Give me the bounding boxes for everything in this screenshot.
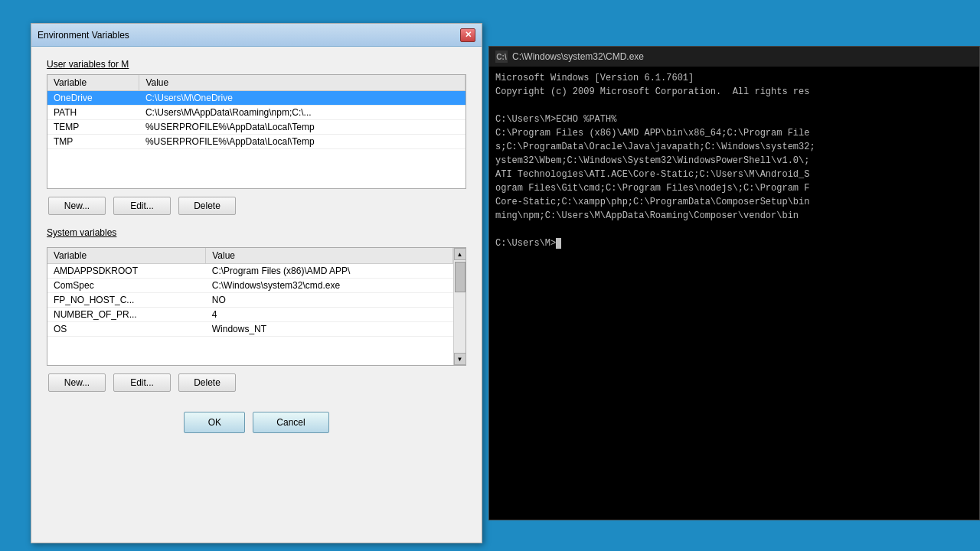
dialog-title: Environment Variables xyxy=(38,30,129,41)
cmd-title: C:\Windows\system32\CMD.exe xyxy=(512,51,644,62)
scrollbar-down-arrow[interactable]: ▼ xyxy=(454,353,466,365)
system-new-button[interactable]: New... xyxy=(48,373,106,392)
system-row-variable: NUMBER_OF_PR... xyxy=(47,308,206,322)
system-edit-button[interactable]: Edit... xyxy=(113,373,171,392)
system-table-row[interactable]: NUMBER_OF_PR...4 xyxy=(47,308,453,322)
scrollbar-thumb[interactable] xyxy=(455,262,466,292)
user-row-value: %USERPROFILE%\AppData\Local\Temp xyxy=(139,120,466,135)
cmd-line-12: C:\Users\M> xyxy=(495,238,556,249)
user-row-variable: PATH xyxy=(47,106,139,120)
cmd-line-4: C:\Program Files (x86)\AMD APP\bin\x86_6… xyxy=(495,128,809,139)
user-new-button[interactable]: New... xyxy=(48,197,106,215)
system-row-value: 4 xyxy=(206,308,453,322)
user-table-row[interactable]: PATHC:\Users\M\AppData\Roaming\npm;C:\..… xyxy=(47,106,466,120)
close-button[interactable]: ✕ xyxy=(460,28,475,42)
cmd-line-9: Core-Static;C:\xampp\php;C:\ProgramData\… xyxy=(495,197,809,207)
user-col-value: Value xyxy=(139,75,466,91)
cmd-content: Microsoft Windows [Version 6.1.7601] Cop… xyxy=(489,67,979,255)
system-table-row[interactable]: OSWindows_NT xyxy=(47,322,453,337)
user-table-row[interactable]: OneDriveC:\Users\M\OneDrive xyxy=(47,91,466,106)
user-row-value: C:\Users\M\AppData\Roaming\npm;C:\... xyxy=(139,106,466,120)
cmd-line-5: s;C:\ProgramData\Oracle\Java\javapath;C:… xyxy=(495,142,815,152)
system-row-variable: AMDAPPSDKROOT xyxy=(47,264,206,279)
cmd-icon: C:\ xyxy=(495,51,508,63)
cmd-line-7: ATI Technologies\ATI.ACE\Core-Static;C:\… xyxy=(495,169,809,180)
system-table-row[interactable]: AMDAPPSDKROOTC:\Program Files (x86)\AMD … xyxy=(47,264,453,279)
system-row-variable: ComSpec xyxy=(47,279,206,293)
user-table-body: OneDriveC:\Users\M\OneDrivePATHC:\Users\… xyxy=(47,91,466,149)
cancel-button[interactable]: Cancel xyxy=(253,412,328,433)
system-table-body: AMDAPPSDKROOTC:\Program Files (x86)\AMD … xyxy=(47,264,453,337)
cmd-window: C:\ C:\Windows\system32\CMD.exe Microsof… xyxy=(488,46,980,520)
scrollbar-up-arrow[interactable]: ▲ xyxy=(454,248,466,260)
user-table-row[interactable]: TEMP%USERPROFILE%\AppData\Local\Temp xyxy=(47,120,466,135)
system-delete-button[interactable]: Delete xyxy=(178,373,236,392)
user-buttons-row: New... Edit... Delete xyxy=(47,197,466,215)
system-variables-table-container: Variable Value AMDAPPSDKROOTC:\Program F… xyxy=(47,247,466,366)
user-row-value: C:\Users\M\OneDrive xyxy=(139,91,466,106)
user-table-row[interactable]: TMP%USERPROFILE%\AppData\Local\Temp xyxy=(47,135,466,149)
system-row-value: C:\Program Files (x86)\AMD APP\ xyxy=(206,264,453,279)
system-section-label: System variables xyxy=(47,227,466,238)
user-row-variable: OneDrive xyxy=(47,91,139,106)
user-delete-button[interactable]: Delete xyxy=(178,197,236,215)
env-variables-dialog: Environment Variables ✕ User variables f… xyxy=(31,23,482,543)
cmd-line-0: Microsoft Windows [Version 6.1.7601] xyxy=(495,73,694,83)
user-row-variable: TMP xyxy=(47,135,139,149)
ok-button[interactable]: OK xyxy=(184,412,245,433)
user-table-header: Variable Value xyxy=(47,75,466,91)
system-row-value: Windows_NT xyxy=(206,322,453,337)
system-buttons-row: New... Edit... Delete xyxy=(47,373,466,392)
system-row-value: NO xyxy=(206,293,453,308)
user-col-variable: Variable xyxy=(47,75,139,91)
system-table-row[interactable]: ComSpecC:\Windows\system32\cmd.exe xyxy=(47,279,453,293)
system-row-variable: FP_NO_HOST_C... xyxy=(47,293,206,308)
user-row-variable: TEMP xyxy=(47,120,139,135)
cmd-titlebar: C:\ C:\Windows\system32\CMD.exe xyxy=(489,47,979,67)
dialog-footer: OK Cancel xyxy=(47,404,466,433)
cmd-line-8: ogram Files\Git\cmd;C:\Program Files\nod… xyxy=(495,183,809,194)
system-table-header: Variable Value xyxy=(47,248,453,264)
cmd-cursor xyxy=(556,238,561,249)
system-col-variable: Variable xyxy=(47,248,206,264)
user-edit-button[interactable]: Edit... xyxy=(113,197,171,215)
system-table-row[interactable]: FP_NO_HOST_C...NO xyxy=(47,293,453,308)
dialog-body: User variables for M Variable Value OneD… xyxy=(31,47,482,445)
user-section-label: User variables for M xyxy=(47,59,466,70)
cmd-line-10: ming\npm;C:\Users\M\AppData\Roaming\Comp… xyxy=(495,210,799,221)
system-table-scrollbar[interactable]: ▲ ▼ xyxy=(453,248,466,365)
system-variables-table: Variable Value AMDAPPSDKROOTC:\Program F… xyxy=(47,248,453,337)
system-row-variable: OS xyxy=(47,322,206,337)
system-col-value: Value xyxy=(206,248,453,264)
cmd-line-6: ystem32\Wbem;C:\Windows\System32\Windows… xyxy=(495,155,809,166)
cmd-line-3: C:\Users\M>ECHO %PATH% xyxy=(495,114,616,125)
user-variables-table-container: Variable Value OneDriveC:\Users\M\OneDri… xyxy=(47,74,466,189)
cmd-line-1: Copyright (c) 2009 Microsoft Corporation… xyxy=(495,86,809,97)
user-variables-table: Variable Value OneDriveC:\Users\M\OneDri… xyxy=(47,75,466,149)
dialog-titlebar: Environment Variables ✕ xyxy=(31,24,482,47)
system-row-value: C:\Windows\system32\cmd.exe xyxy=(206,279,453,293)
user-row-value: %USERPROFILE%\AppData\Local\Temp xyxy=(139,135,466,149)
